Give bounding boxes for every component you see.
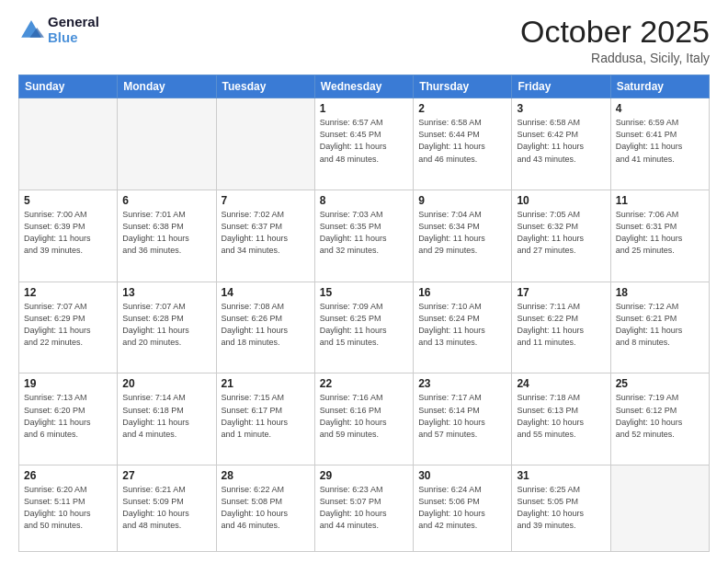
day-number: 18 <box>616 286 704 299</box>
day-info: Sunrise: 7:18 AM Sunset: 6:13 PM Dayligh… <box>517 392 605 440</box>
calendar-week-row: 5Sunrise: 7:00 AM Sunset: 6:39 PM Daylig… <box>19 190 710 282</box>
calendar-cell: 30Sunrise: 6:24 AM Sunset: 5:06 PM Dayli… <box>414 465 512 552</box>
logo-icon <box>18 17 44 43</box>
day-info: Sunrise: 7:07 AM Sunset: 6:28 PM Dayligh… <box>122 301 210 349</box>
day-info: Sunrise: 6:24 AM Sunset: 5:06 PM Dayligh… <box>418 484 506 532</box>
day-info: Sunrise: 7:17 AM Sunset: 6:14 PM Dayligh… <box>418 392 506 440</box>
day-number: 10 <box>517 194 605 207</box>
calendar-cell: 21Sunrise: 7:15 AM Sunset: 6:17 PM Dayli… <box>216 373 314 465</box>
calendar-cell: 7Sunrise: 7:02 AM Sunset: 6:37 PM Daylig… <box>216 190 314 282</box>
calendar-cell <box>19 98 118 190</box>
day-info: Sunrise: 7:08 AM Sunset: 6:26 PM Dayligh… <box>222 301 310 349</box>
day-info: Sunrise: 7:14 AM Sunset: 6:18 PM Dayligh… <box>122 392 210 440</box>
calendar-cell: 4Sunrise: 6:59 AM Sunset: 6:41 PM Daylig… <box>610 98 709 190</box>
day-info: Sunrise: 6:22 AM Sunset: 5:08 PM Dayligh… <box>222 484 310 532</box>
calendar-cell: 2Sunrise: 6:58 AM Sunset: 6:44 PM Daylig… <box>414 98 512 190</box>
day-number: 9 <box>418 194 506 207</box>
calendar-cell: 24Sunrise: 7:18 AM Sunset: 6:13 PM Dayli… <box>512 373 610 465</box>
calendar-cell: 22Sunrise: 7:16 AM Sunset: 6:16 PM Dayli… <box>314 373 413 465</box>
calendar-week-row: 26Sunrise: 6:20 AM Sunset: 5:11 PM Dayli… <box>19 465 710 552</box>
day-info: Sunrise: 6:20 AM Sunset: 5:11 PM Dayligh… <box>24 484 112 532</box>
day-info: Sunrise: 7:04 AM Sunset: 6:34 PM Dayligh… <box>418 209 506 257</box>
day-number: 19 <box>24 377 112 390</box>
day-info: Sunrise: 7:03 AM Sunset: 6:35 PM Dayligh… <box>320 209 408 257</box>
day-number: 23 <box>418 377 506 390</box>
day-number: 24 <box>517 377 605 390</box>
day-number: 29 <box>320 469 408 482</box>
day-of-week-header: Tuesday <box>216 75 314 98</box>
day-of-week-header: Friday <box>512 75 610 98</box>
day-number: 16 <box>418 286 506 299</box>
calendar-cell: 12Sunrise: 7:07 AM Sunset: 6:29 PM Dayli… <box>19 282 118 373</box>
day-of-week-header: Thursday <box>414 75 512 98</box>
day-number: 30 <box>418 469 506 482</box>
day-info: Sunrise: 7:10 AM Sunset: 6:24 PM Dayligh… <box>418 301 506 349</box>
day-info: Sunrise: 7:16 AM Sunset: 6:16 PM Dayligh… <box>320 392 408 440</box>
day-number: 14 <box>222 286 310 299</box>
calendar-cell: 14Sunrise: 7:08 AM Sunset: 6:26 PM Dayli… <box>216 282 314 373</box>
day-info: Sunrise: 6:59 AM Sunset: 6:41 PM Dayligh… <box>616 117 704 165</box>
day-number: 31 <box>517 469 605 482</box>
calendar-cell: 25Sunrise: 7:19 AM Sunset: 6:12 PM Dayli… <box>610 373 709 465</box>
day-number: 12 <box>24 286 112 299</box>
day-number: 7 <box>222 194 310 207</box>
location-subtitle: Raddusa, Sicily, Italy <box>520 51 710 65</box>
day-info: Sunrise: 6:23 AM Sunset: 5:07 PM Dayligh… <box>320 484 408 532</box>
day-number: 22 <box>320 377 408 390</box>
day-info: Sunrise: 7:02 AM Sunset: 6:37 PM Dayligh… <box>222 209 310 257</box>
calendar-cell: 29Sunrise: 6:23 AM Sunset: 5:07 PM Dayli… <box>314 465 413 552</box>
calendar-cell: 15Sunrise: 7:09 AM Sunset: 6:25 PM Dayli… <box>314 282 413 373</box>
day-number: 4 <box>616 102 704 115</box>
day-info: Sunrise: 7:09 AM Sunset: 6:25 PM Dayligh… <box>320 301 408 349</box>
calendar-week-row: 19Sunrise: 7:13 AM Sunset: 6:20 PM Dayli… <box>19 373 710 465</box>
month-title: October 2025 <box>520 15 710 49</box>
day-info: Sunrise: 7:15 AM Sunset: 6:17 PM Dayligh… <box>222 392 310 440</box>
day-of-week-header: Sunday <box>19 75 118 98</box>
calendar-cell: 31Sunrise: 6:25 AM Sunset: 5:05 PM Dayli… <box>512 465 610 552</box>
calendar-cell: 17Sunrise: 7:11 AM Sunset: 6:22 PM Dayli… <box>512 282 610 373</box>
calendar-cell: 18Sunrise: 7:12 AM Sunset: 6:21 PM Dayli… <box>610 282 709 373</box>
day-info: Sunrise: 6:57 AM Sunset: 6:45 PM Dayligh… <box>320 117 408 165</box>
day-info: Sunrise: 6:58 AM Sunset: 6:44 PM Dayligh… <box>418 117 506 165</box>
calendar-cell <box>118 98 216 190</box>
calendar-cell: 13Sunrise: 7:07 AM Sunset: 6:28 PM Dayli… <box>118 282 216 373</box>
day-info: Sunrise: 7:13 AM Sunset: 6:20 PM Dayligh… <box>24 392 112 440</box>
day-info: Sunrise: 7:01 AM Sunset: 6:38 PM Dayligh… <box>122 209 210 257</box>
calendar: SundayMondayTuesdayWednesdayThursdayFrid… <box>18 75 710 552</box>
day-info: Sunrise: 7:00 AM Sunset: 6:39 PM Dayligh… <box>24 209 112 257</box>
day-number: 13 <box>122 286 210 299</box>
day-number: 3 <box>517 102 605 115</box>
day-number: 21 <box>222 377 310 390</box>
calendar-cell: 5Sunrise: 7:00 AM Sunset: 6:39 PM Daylig… <box>19 190 118 282</box>
logo: General Blue <box>18 15 99 45</box>
calendar-cell: 19Sunrise: 7:13 AM Sunset: 6:20 PM Dayli… <box>19 373 118 465</box>
day-of-week-header: Wednesday <box>314 75 413 98</box>
day-info: Sunrise: 6:21 AM Sunset: 5:09 PM Dayligh… <box>122 484 210 532</box>
page: General Blue October 2025 Raddusa, Sicil… <box>0 0 728 563</box>
calendar-cell: 8Sunrise: 7:03 AM Sunset: 6:35 PM Daylig… <box>314 190 413 282</box>
day-number: 25 <box>616 377 704 390</box>
calendar-cell: 20Sunrise: 7:14 AM Sunset: 6:18 PM Dayli… <box>118 373 216 465</box>
title-block: October 2025 Raddusa, Sicily, Italy <box>520 15 710 65</box>
day-info: Sunrise: 7:06 AM Sunset: 6:31 PM Dayligh… <box>616 209 704 257</box>
day-number: 8 <box>320 194 408 207</box>
calendar-cell <box>610 465 709 552</box>
day-number: 20 <box>122 377 210 390</box>
day-number: 1 <box>320 102 408 115</box>
day-number: 27 <box>122 469 210 482</box>
day-number: 28 <box>222 469 310 482</box>
calendar-week-row: 12Sunrise: 7:07 AM Sunset: 6:29 PM Dayli… <box>19 282 710 373</box>
day-number: 5 <box>24 194 112 207</box>
calendar-cell: 10Sunrise: 7:05 AM Sunset: 6:32 PM Dayli… <box>512 190 610 282</box>
day-info: Sunrise: 7:12 AM Sunset: 6:21 PM Dayligh… <box>616 301 704 349</box>
day-of-week-header: Saturday <box>610 75 709 98</box>
day-number: 6 <box>122 194 210 207</box>
calendar-cell: 26Sunrise: 6:20 AM Sunset: 5:11 PM Dayli… <box>19 465 118 552</box>
calendar-cell: 11Sunrise: 7:06 AM Sunset: 6:31 PM Dayli… <box>610 190 709 282</box>
calendar-header-row: SundayMondayTuesdayWednesdayThursdayFrid… <box>19 75 710 98</box>
calendar-cell: 23Sunrise: 7:17 AM Sunset: 6:14 PM Dayli… <box>414 373 512 465</box>
day-info: Sunrise: 7:05 AM Sunset: 6:32 PM Dayligh… <box>517 209 605 257</box>
calendar-cell: 6Sunrise: 7:01 AM Sunset: 6:38 PM Daylig… <box>118 190 216 282</box>
calendar-cell: 28Sunrise: 6:22 AM Sunset: 5:08 PM Dayli… <box>216 465 314 552</box>
logo-text: General Blue <box>48 15 99 45</box>
